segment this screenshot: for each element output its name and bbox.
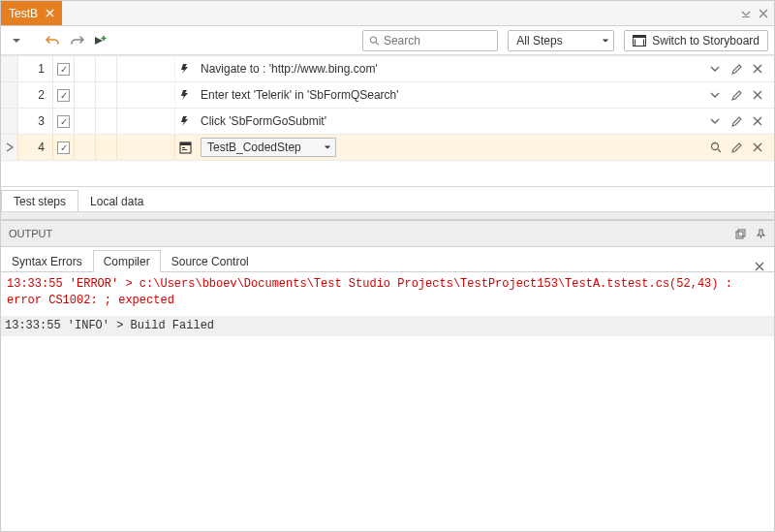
svg-rect-0 — [742, 16, 750, 17]
tab-syntax-errors[interactable]: Syntax Errors — [1, 250, 93, 272]
edit-step-icon[interactable] — [731, 116, 743, 127]
svg-point-10 — [712, 143, 719, 150]
action-icon — [175, 89, 195, 101]
switch-storyboard-button[interactable]: Switch to Storyboard — [624, 30, 768, 51]
close-pane-icon[interactable] — [759, 9, 768, 18]
storyboard-icon — [633, 35, 646, 47]
tab-compiler[interactable]: Compiler — [93, 250, 161, 272]
svg-rect-7 — [180, 142, 191, 145]
step-row-selected[interactable]: 4 ✓ TestB_CodedStep — [1, 135, 774, 161]
coded-step-icon — [175, 141, 195, 154]
window-menu-icon[interactable] — [741, 9, 751, 18]
window-controls — [735, 1, 774, 25]
delete-step-icon[interactable] — [753, 116, 764, 126]
output-panel-header: OUTPUT — [1, 220, 774, 247]
action-icon — [175, 115, 195, 127]
step-enabled-checkbox[interactable]: ✓ — [57, 141, 70, 154]
file-tab-label: TestB — [9, 7, 38, 20]
coded-step-name: TestB_CodedStep — [207, 141, 301, 154]
row-gutter — [1, 82, 18, 108]
step-enabled-checkbox[interactable]: ✓ — [57, 63, 70, 76]
expand-step-icon[interactable] — [710, 64, 722, 74]
svg-point-1 — [371, 37, 377, 43]
search-input-wrapper[interactable] — [362, 30, 498, 51]
row-gutter-current — [1, 135, 18, 160]
tab-test-steps[interactable]: Test steps — [1, 190, 78, 211]
popout-icon[interactable] — [735, 229, 746, 239]
search-icon — [369, 35, 380, 47]
steps-filter-select[interactable]: All Steps — [508, 30, 614, 51]
edit-step-icon[interactable] — [731, 142, 743, 153]
switch-storyboard-label: Switch to Storyboard — [652, 34, 760, 47]
edit-step-icon[interactable] — [731, 90, 743, 101]
action-icon — [175, 63, 195, 75]
add-step-icon[interactable] — [90, 31, 109, 50]
coded-step-select[interactable]: TestB_CodedStep — [201, 138, 336, 157]
output-info-line: 13:33:55 'INFO' > Build Failed — [1, 316, 774, 336]
steps-filter-label: All Steps — [516, 34, 562, 47]
step-enabled-checkbox[interactable]: ✓ — [57, 115, 70, 128]
file-tab[interactable]: TestB — [1, 1, 62, 25]
step-number: 1 — [18, 56, 53, 81]
expand-step-icon[interactable] — [710, 90, 722, 100]
undo-icon[interactable] — [44, 31, 63, 50]
step-description: Click 'SbFormGoSubmit' — [195, 114, 700, 128]
svg-rect-11 — [736, 232, 743, 238]
step-description: Enter text 'Telerik' in 'SbFormQSearch' — [195, 88, 700, 102]
svg-rect-3 — [634, 35, 646, 38]
step-row[interactable]: 3 ✓ Click 'SbFormGoSubmit' — [1, 109, 774, 135]
search-input[interactable] — [384, 34, 491, 47]
output-close-icon[interactable] — [745, 262, 774, 271]
output-body: 13:33:55 'ERROR' > c:\Users\bboev\Docume… — [1, 272, 774, 340]
output-error-line: 13:33:55 'ERROR' > c:\Users\bboev\Docume… — [7, 276, 768, 310]
step-row[interactable]: 1 ✓ Navigate to : 'http://www.bing.com' — [1, 56, 774, 82]
output-title: OUTPUT — [9, 228, 52, 239]
delete-step-icon[interactable] — [753, 64, 764, 74]
step-number: 4 — [18, 135, 53, 160]
editor-bottom-tabs: Test steps Local data — [1, 186, 774, 212]
toolbar: All Steps Switch to Storyboard — [1, 26, 774, 55]
row-gutter — [1, 56, 18, 81]
view-code-icon[interactable] — [710, 141, 722, 153]
pin-icon[interactable] — [756, 229, 766, 239]
steps-grid: 1 ✓ Navigate to : 'http://www.bing.com' … — [1, 55, 774, 161]
close-icon[interactable] — [46, 9, 54, 17]
edit-step-icon[interactable] — [731, 64, 743, 75]
output-tabs: Syntax Errors Compiler Source Control — [1, 247, 774, 272]
step-enabled-checkbox[interactable]: ✓ — [57, 89, 70, 102]
step-description: Navigate to : 'http://www.bing.com' — [195, 62, 700, 76]
tab-local-data[interactable]: Local data — [78, 191, 156, 211]
svg-rect-12 — [738, 230, 745, 236]
svg-rect-8 — [182, 147, 185, 148]
expand-step-icon[interactable] — [710, 116, 722, 126]
svg-rect-9 — [182, 149, 187, 150]
row-gutter — [1, 109, 18, 134]
tab-source-control[interactable]: Source Control — [161, 250, 260, 272]
file-tab-strip: TestB — [1, 1, 774, 26]
delete-step-icon[interactable] — [753, 90, 764, 100]
delete-step-icon[interactable] — [753, 142, 764, 152]
step-number: 3 — [18, 109, 53, 134]
toolbar-dropdown-icon[interactable] — [7, 31, 26, 50]
step-number: 2 — [18, 82, 53, 108]
redo-icon[interactable] — [67, 31, 86, 50]
step-row[interactable]: 2 ✓ Enter text 'Telerik' in 'SbFormQSear… — [1, 82, 774, 109]
